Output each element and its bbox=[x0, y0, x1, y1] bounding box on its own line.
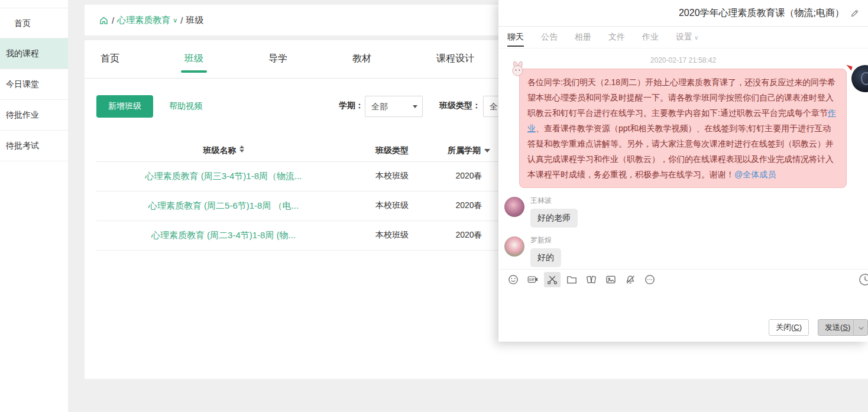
breadcrumb-current: 班级 bbox=[186, 15, 203, 26]
column-header-term[interactable]: 所属学期 bbox=[433, 140, 504, 161]
tab-label: 设置 bbox=[676, 32, 692, 41]
chat-group-title: 2020学年心理素质教育课（物流;电商） bbox=[679, 7, 844, 20]
caret-down-icon bbox=[413, 105, 417, 108]
message-timestamp: 2020-02-17 21:58:42 bbox=[498, 56, 868, 64]
send-hotkey: S bbox=[843, 323, 848, 332]
emoji-icon[interactable] bbox=[505, 272, 522, 287]
semester-filter-label: 学期： bbox=[339, 100, 364, 111]
sticker-bunny-icon bbox=[510, 61, 526, 77]
image-icon[interactable] bbox=[603, 272, 619, 287]
tab-label: 课程设计 bbox=[436, 53, 474, 63]
class-term-cell: 2020春 bbox=[433, 220, 504, 250]
sidebar: 首页 我的课程 今日课堂 待批作业 待批考试 bbox=[0, 0, 68, 412]
close-label: ) bbox=[799, 323, 802, 332]
bubble-arrow-decoration bbox=[845, 64, 853, 70]
sidebar-item-pending-homework[interactable]: 待批作业 bbox=[0, 100, 68, 131]
tab-label: 班级 bbox=[184, 53, 203, 63]
tab-label: 聊天 bbox=[507, 32, 524, 41]
svg-text:GIF: GIF bbox=[529, 278, 535, 281]
sort-desc-icon bbox=[484, 149, 490, 153]
tab-classes[interactable]: 班级 bbox=[184, 40, 203, 79]
chevron-down-icon: ∨ bbox=[694, 34, 698, 41]
sidebar-item-label: 今日课堂 bbox=[6, 79, 39, 89]
tab-label: 导学 bbox=[268, 53, 287, 63]
close-button[interactable]: 关闭(C) bbox=[769, 319, 809, 336]
sidebar-item-pending-exams[interactable]: 待批考试 bbox=[0, 131, 68, 161]
tab-textbook[interactable]: 教材 bbox=[352, 40, 371, 79]
more-icon[interactable] bbox=[642, 272, 658, 287]
chat-toolbar: GIF bbox=[498, 269, 868, 289]
gif-icon[interactable]: GIF bbox=[524, 272, 541, 287]
breadcrumb-separator: / bbox=[112, 15, 114, 25]
sidebar-item-today-class[interactable]: 今日课堂 bbox=[0, 69, 68, 100]
send-button[interactable]: 发送(S) bbox=[818, 319, 868, 336]
chat-tab-album[interactable]: 相册 bbox=[575, 27, 591, 48]
chat-footer: 关闭(C) 发送(S) bbox=[498, 316, 868, 342]
avatar[interactable] bbox=[504, 197, 524, 217]
avatar[interactable] bbox=[851, 65, 868, 92]
chat-tab-files[interactable]: 文件 bbox=[608, 27, 625, 48]
column-header-class-name[interactable]: 班级名称 bbox=[96, 140, 351, 161]
scissors-icon[interactable] bbox=[544, 272, 561, 287]
announcement-message: 各位同学:我们明天（2.18周二）开始上心理素质教育课了，还没有反应过来的同学希… bbox=[519, 69, 847, 188]
column-header-label: 班级类型 bbox=[375, 145, 409, 155]
tab-label: 公告 bbox=[541, 32, 558, 41]
history-clock-icon[interactable] bbox=[857, 272, 868, 287]
class-name-link[interactable]: 心理素质教育 (周三3-4节)1-8周（物流... bbox=[145, 171, 302, 181]
semester-selected-value: 全部 bbox=[371, 102, 388, 111]
sort-icon[interactable] bbox=[239, 145, 244, 153]
sidebar-item-my-courses[interactable]: 我的课程 bbox=[0, 38, 68, 69]
tab-label: 首页 bbox=[101, 53, 119, 63]
mention-all-link[interactable]: @全体成员 bbox=[734, 170, 776, 179]
class-type-cell: 本校班级 bbox=[351, 220, 433, 250]
chat-message-list[interactable]: 2020-02-17 21:58:42 各位同学:我们明天（2.18周二）开始上… bbox=[498, 49, 868, 269]
chat-tab-homework[interactable]: 作业 bbox=[642, 27, 659, 48]
folder-icon[interactable] bbox=[563, 272, 580, 287]
add-class-button[interactable]: 新增班级 bbox=[96, 95, 153, 118]
avatar[interactable] bbox=[504, 236, 524, 257]
class-term-cell: 2020春 bbox=[433, 191, 504, 220]
message-bubble: 好的 bbox=[530, 248, 561, 267]
column-header-label: 所属学期 bbox=[448, 145, 481, 155]
chevron-down-icon[interactable] bbox=[859, 325, 863, 329]
screen: 首页 我的课程 今日课堂 待批作业 待批考试 / 心理素质教育 ∨ / 班级 首… bbox=[0, 0, 868, 412]
red-packet-icon[interactable] bbox=[583, 272, 600, 287]
semester-select[interactable]: 全部 bbox=[365, 96, 423, 117]
chat-tabbar: 聊天 公告 相册 文件 作业 设置∨ bbox=[498, 27, 868, 48]
sidebar-item-home[interactable]: 首页 bbox=[0, 8, 68, 38]
chat-tab-chat[interactable]: 聊天 bbox=[507, 27, 524, 48]
chat-tab-announcement[interactable]: 公告 bbox=[541, 27, 558, 48]
button-divider bbox=[853, 320, 854, 335]
sender-name: 王林波 bbox=[530, 196, 868, 206]
chat-tab-settings[interactable]: 设置∨ bbox=[676, 27, 698, 48]
breadcrumb-separator: / bbox=[180, 15, 183, 25]
bell-slash-icon[interactable] bbox=[622, 272, 639, 287]
chat-input[interactable] bbox=[498, 290, 868, 316]
help-video-link[interactable]: 帮助视频 bbox=[169, 101, 202, 112]
class-name-link[interactable]: 心理素质教育 (周二5-6节)1-8周 （电... bbox=[148, 200, 299, 210]
close-hotkey: C bbox=[793, 323, 799, 332]
column-header-label: 班级名称 bbox=[203, 145, 237, 155]
sidebar-item-label: 待批考试 bbox=[6, 141, 39, 150]
table-row: 心理素质教育 (周二3-4节)1-8周 (物... 本校班级 2020春 bbox=[96, 220, 504, 250]
chevron-down-icon[interactable]: ∨ bbox=[173, 17, 177, 24]
send-label: ) bbox=[848, 323, 850, 332]
table-header-row: 班级名称 班级类型 所属学期 bbox=[96, 140, 504, 161]
breadcrumb-course[interactable]: 心理素质教育 bbox=[117, 15, 170, 26]
tab-guided-learning[interactable]: 导学 bbox=[268, 40, 287, 79]
tab-label: 作业 bbox=[642, 32, 659, 41]
edit-pencil-icon[interactable] bbox=[850, 8, 860, 18]
chat-message: 罗新煌 好的 bbox=[504, 235, 868, 267]
class-table: 班级名称 班级类型 所属学期 心理素质教育 (周三3-4节)1-8周（物流...… bbox=[96, 140, 504, 251]
message-bubble: 好的老师 bbox=[530, 209, 578, 228]
class-type-cell: 本校班级 bbox=[351, 191, 433, 220]
chat-message: 王林波 好的老师 bbox=[504, 196, 868, 228]
announcement-text: 、查看课件教学资源（ppt和相关教学视频）、在线签到等;钉钉主要用于进行互动答疑… bbox=[527, 124, 834, 179]
tab-label: 文件 bbox=[608, 32, 625, 41]
tab-course-design[interactable]: 课程设计 bbox=[436, 40, 474, 79]
home-icon[interactable] bbox=[99, 15, 109, 25]
class-term-cell: 2020春 bbox=[433, 161, 504, 191]
tab-home[interactable]: 首页 bbox=[101, 40, 119, 79]
tab-label: 教材 bbox=[352, 53, 371, 63]
class-name-link[interactable]: 心理素质教育 (周二3-4节)1-8周 (物... bbox=[151, 230, 296, 240]
